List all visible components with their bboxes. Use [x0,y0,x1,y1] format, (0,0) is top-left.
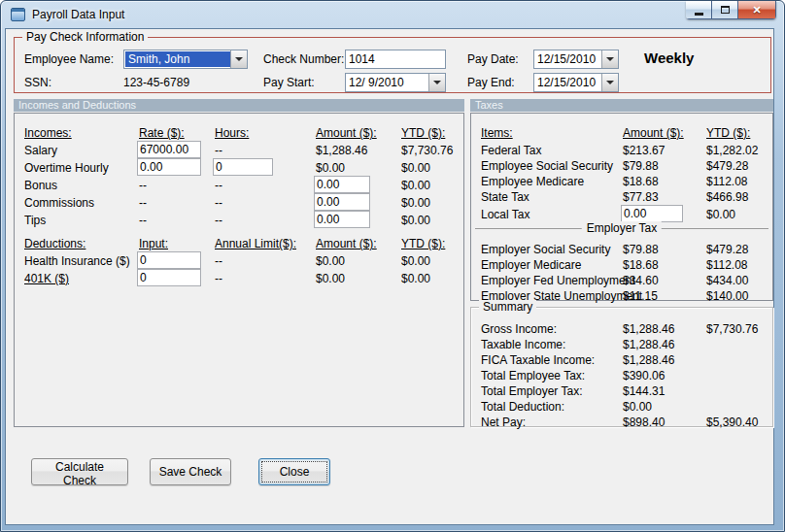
commissions-amount-input[interactable] [314,193,370,211]
income-hours: -- [215,143,222,158]
summary-row-gross: Gross Income: $1,288.46 $7,730.76 [471,321,772,337]
pay-end-datepicker[interactable]: 12/15/2010 [533,73,619,92]
salary-rate-input[interactable] [137,141,201,158]
tax-ytd: $466.98 [706,189,748,205]
summary-name: Taxable Income: [481,337,565,352]
tips-amount-input[interactable] [314,211,370,228]
close-form-button[interactable]: Close [258,458,330,485]
health-insurance-input[interactable] [137,251,201,269]
incomes-col-amount: Amount ($): [316,125,377,141]
tax-row-employee-ss: Employee Social Security $79.88 $479.28 [471,158,772,174]
tax-ytd: $140.00 [706,288,748,304]
summary-legend: Summary [479,300,536,314]
pay-date-label: Pay Date: [467,51,519,67]
maximize-button[interactable] [711,1,738,19]
chevron-down-icon[interactable] [230,50,247,68]
summary-row-total-employer-tax: Total Employer Tax: $144.31 [471,383,772,399]
income-hours: -- [215,195,222,211]
tax-amount: $18.68 [623,174,659,189]
pay-start-value: 12/ 9/2010 [346,74,428,91]
check-number-input[interactable] [345,50,446,69]
tax-amount: $11.15 [623,288,658,304]
income-hours: -- [215,178,222,193]
pay-date-datepicker[interactable]: 12/15/2010 [533,50,619,69]
overtime-hours-input[interactable] [213,158,273,176]
income-row-tips: Tips -- -- $0.00 [15,213,463,228]
income-rate: -- [139,195,147,211]
taxes-col-ytd: YTD ($): [706,125,750,141]
income-rate: -- [139,178,147,193]
summary-amount: $1,288.46 [623,337,674,352]
tax-ytd: $112.08 [706,174,748,189]
pay-end-label: Pay End: [467,75,515,90]
pay-start-label: Pay Start: [263,75,315,90]
tax-ytd: $479.28 [706,242,748,257]
window-controls: ✕ [686,1,776,19]
summary-row-fica: FICA Taxable Income: $1,288.46 [471,352,772,368]
summary-row-taxable: Taxable Income: $1,288.46 [471,337,772,352]
app-icon [11,8,25,21]
tax-name: Employer Social Security [481,242,610,257]
income-ytd: $0.00 [401,178,430,193]
401k-input[interactable] [137,269,201,286]
close-window-button[interactable]: ✕ [737,1,776,19]
tax-name: Local Tax [481,207,529,222]
title-bar[interactable]: Payroll Data Input [1,1,784,28]
deduction-limit: -- [215,253,222,269]
incomes-header-row: Incomes: Rate ($): Hours: Amount ($): YT… [15,125,463,141]
deductions-header-row: Deductions: Input: Annual Limit($): Amou… [15,236,463,251]
summary-name: Net Pay: [481,415,526,430]
deduction-401k-link[interactable]: 401K ($) [24,271,69,286]
income-row-bonus: Bonus -- -- $0.00 [15,178,463,193]
employee-name-combobox[interactable]: Smith, John [123,50,248,69]
deduction-amount: $0.00 [316,271,345,286]
summary-row-net-pay: Net Pay: $898.40 $5,390.40 [471,415,772,430]
tax-row-employer-medicare: Employer Medicare $18.68 $112.08 [471,257,772,273]
incomes-col-name: Incomes: [24,125,72,141]
paycheck-info-group: Pay Check Information Employee Name: Smi… [14,37,771,93]
tax-row-state: State Tax $77.83 $466.98 [471,189,772,205]
summary-amount: $1,288.46 [623,352,674,368]
chevron-down-icon[interactable] [428,74,445,91]
income-hours: -- [215,213,222,228]
save-check-button[interactable]: Save Check [150,458,231,485]
income-rate: -- [139,213,147,228]
chevron-down-icon[interactable] [601,74,618,91]
calculate-check-button[interactable]: Calculate Check [31,458,128,485]
check-number-label: Check Number: [263,51,344,67]
minimize-button[interactable] [686,1,712,19]
tax-ytd: $479.28 [706,158,748,174]
bonus-amount-input[interactable] [314,176,370,193]
income-row-commissions: Commissions -- -- $0.00 [15,195,463,211]
deductions-col-limit: Annual Limit($): [215,236,296,251]
summary-ytd: $7,730.76 [706,321,758,337]
deduction-ytd: $0.00 [401,253,430,269]
income-amount: $1,288.46 [316,143,367,158]
summary-amount: $0.00 [623,399,652,415]
summary-name: Total Employer Tax: [481,383,583,399]
incomes-col-hours: Hours: [215,125,249,141]
summary-name: Total Employee Tax: [481,368,585,383]
pay-date-value: 12/15/2010 [534,50,601,68]
income-amount: $0.00 [316,160,345,176]
deduction-ytd: $0.00 [401,271,430,286]
tax-row-local: Local Tax $0.00 [471,207,772,222]
tax-name: Employee Medicare [481,174,584,189]
deductions-col-ytd: YTD ($): [401,236,445,251]
summary-row-total-employee-tax: Total Employee Tax: $390.06 [471,368,772,383]
deduction-amount: $0.00 [316,253,345,269]
overtime-rate-input[interactable] [137,158,201,176]
taxes-col-amount: Amount ($): [623,125,684,141]
tax-amount: $79.88 [623,242,659,257]
summary-row-total-deduction: Total Deduction: $0.00 [471,399,772,415]
tax-amount: $18.68 [623,257,659,273]
income-ytd: $0.00 [401,160,430,176]
tax-row-federal: Federal Tax $213.67 $1,282.02 [471,143,772,158]
chevron-down-icon[interactable] [601,50,618,68]
tax-amount: $79.88 [623,158,659,174]
summary-amount: $898.40 [623,415,665,430]
summary-amount: $390.06 [623,368,665,383]
summary-name: FICA Taxable Income: [481,352,595,368]
local-tax-input[interactable] [621,205,683,222]
pay-start-datepicker[interactable]: 12/ 9/2010 [345,73,446,92]
